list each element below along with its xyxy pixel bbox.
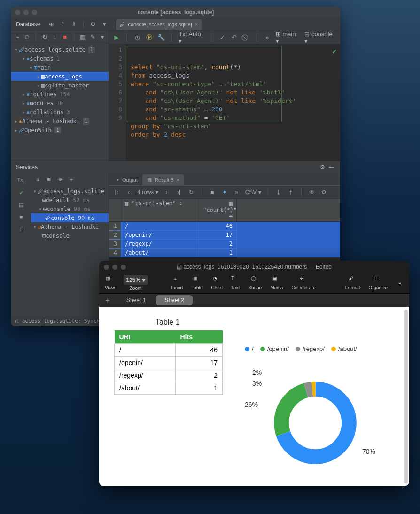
tab-sheet-2[interactable]: Sheet 2 [156,295,192,305]
last-page-icon[interactable]: ›| [175,188,183,196]
stop-icon[interactable]: ■ [209,188,216,196]
svc-console3[interactable]: ⊞ console [31,231,109,240]
format-button[interactable]: 🖌Format [345,276,360,290]
overflow-icon[interactable]: » [396,280,404,287]
database-tree[interactable]: ▾🖊 access_logs.sqlite 1 ▾▪ schemas 1 ▾⊞ … [11,43,109,161]
sheet-canvas[interactable]: Table 1 URIHits /46/openin/17/regexp/2/a… [99,307,409,486]
gear-icon[interactable]: ⚙ [320,188,328,196]
numbers-titlebar[interactable]: ▤ access_logs_1610139020_1610225420.numb… [99,261,409,273]
tree-table-access-logs[interactable]: ▸▦ access_logs [11,72,109,81]
reload-icon[interactable]: ↻ [187,188,195,196]
tree-modules[interactable]: ▸▪ modules 10 [11,99,109,108]
layers-icon[interactable]: ≣ [17,226,25,233]
more-icon[interactable]: » [233,188,241,196]
tree-athena[interactable]: ▸⊞ Athena - Loshadki 1 [11,117,109,125]
insert-button[interactable]: ＋Insert [171,276,183,290]
tx-mode-select[interactable]: Tx: Auto ▾ [179,31,205,45]
upload-icon[interactable]: ⭱ [287,188,295,196]
wrench-icon[interactable]: 🔧 [157,34,165,41]
edit-icon[interactable]: ✎ [90,33,96,41]
add2-icon[interactable]: ＋ [68,176,75,183]
table-row[interactable]: /46 [115,344,223,357]
table-row[interactable]: /openin/17 [115,357,223,369]
explain-icon[interactable]: Ⓟ [146,34,153,41]
rollback-icon[interactable]: ↶ [231,34,238,41]
tree-openwith[interactable]: ▸🖊 OpenWith 1 [11,125,109,134]
rows-count[interactable]: 4 rows ▾ [137,189,158,195]
text-button[interactable]: TText [231,276,240,290]
diff-icon[interactable]: ≡ [52,33,58,41]
editor-tab[interactable]: 🖊 console [access_logs.sqlite] × [116,19,202,30]
svc-console2[interactable]: 🖊 console 90 ms [31,213,109,222]
filter-icon[interactable]: ▤ [17,201,25,209]
organize-button[interactable]: ≣Organize [368,276,388,290]
zoom-select[interactable]: 125% ▾Zoom [124,275,148,291]
svc-athena[interactable]: ▾⊞ Athena - Loshadki [31,222,109,231]
console-select[interactable]: ⊞ console ▾ [304,31,336,45]
collapse-all-icon[interactable]: ⇧ [59,21,66,28]
more-icon[interactable]: » [264,34,271,41]
svc-db[interactable]: ▾🖊 access_logs.sqlite [31,187,109,195]
cancel-icon[interactable]: ⃠ [243,34,250,41]
pin-icon[interactable]: ✦ [221,188,228,196]
first-page-icon[interactable]: |‹ [113,188,120,196]
table-view-icon[interactable]: ▦ [80,33,86,41]
table-button[interactable]: ▦Table [192,276,203,290]
group-icon[interactable]: ⊞ [45,176,53,183]
hide-icon[interactable]: — [328,164,335,171]
tree-schema-main[interactable]: ▾⊞ main [11,63,109,72]
view-button[interactable]: ▥View [105,276,115,290]
next-page-icon[interactable]: › [163,188,171,196]
export-format-select[interactable]: CSV ▾ [245,189,261,195]
chevron-down-icon[interactable]: ▾ [101,21,108,28]
close-tab-icon[interactable]: × [195,22,198,27]
table-title[interactable]: Table 1 [156,318,180,327]
run-icon[interactable]: ▶ [113,34,120,41]
tree-table-sqlite-master[interactable]: ▸▦ sqlite_master [11,81,109,90]
filter-icon[interactable]: ⇩ [70,21,78,28]
titlebar[interactable]: console [access_logs.sqlite] [11,7,340,18]
table-row[interactable]: /about/1 [115,382,223,395]
schema-select[interactable]: ⊞ main ▾ [276,31,300,45]
settings-icon[interactable]: ⚙ [89,21,97,28]
new-datasource-icon[interactable]: ⊕ [47,21,55,28]
tx-icon[interactable]: Tx↓ [17,177,25,184]
expand-icon[interactable]: ⇅ [34,176,41,183]
gear-icon[interactable]: ⚙ [319,164,327,171]
refresh-icon[interactable]: ↻ [42,33,48,41]
data-table[interactable]: URIHits /46/openin/17/regexp/2/about/1 [114,330,223,395]
svc-default[interactable]: ⊞ default 52 ms [31,195,109,204]
table-row[interactable]: 3/regexp/2 [109,240,340,249]
shape-button[interactable]: ◯Shape [248,276,262,290]
add-icon[interactable]: ＋ [14,33,20,41]
table-row[interactable]: 2/openin/17 [109,231,340,240]
scrollbar[interactable] [404,310,408,483]
add-icon[interactable]: ⊕ [56,176,64,183]
tree-collations[interactable]: ▸▪ collations 3 [11,108,109,117]
download-icon[interactable]: ⭳ [275,188,282,196]
panel-icon[interactable]: ▢ [15,318,18,324]
chevron-down-icon[interactable]: ▾ [100,33,106,41]
tab-output[interactable]: ▸ Output [112,174,142,185]
sql-code[interactable]: ✔select "cs-uri-stem", count(*) from acc… [126,44,340,161]
tab-result[interactable]: ▦ Result 5 × [142,174,184,185]
stop-icon[interactable]: ■ [17,213,25,221]
collaborate-button[interactable]: ⚘Collaborate [291,276,315,290]
chart-button[interactable]: ◔Chart [211,276,222,290]
add-sheet-button[interactable]: ＋ [104,296,111,305]
eye-icon[interactable]: 👁 [308,188,316,196]
duplicate-icon[interactable]: ⧉ [24,33,30,41]
stop-icon[interactable]: ■ [62,33,68,41]
prev-page-icon[interactable]: ‹ [125,188,132,196]
tree-routines[interactable]: ▸▪ routines 154 [11,90,109,99]
donut-chart[interactable] [271,378,360,467]
services-tree[interactable]: ⇅ ⊞ ⊕ ＋ ▾🖊 access_logs.sqlite ⊞ default … [31,173,109,316]
tree-schemas[interactable]: ▾▪ schemas 1 [11,54,109,63]
history-icon[interactable]: ◷ [133,34,140,41]
tab-sheet-1[interactable]: Sheet 1 [118,295,154,305]
commit-icon[interactable]: ✓ [219,34,226,41]
table-row[interactable]: 4/about/1 [109,249,340,257]
svc-console1[interactable]: ▾⊞ console 90 ms [31,204,109,213]
table-row[interactable]: 1/46 [109,222,340,231]
table-row[interactable]: /regexp/2 [115,369,223,382]
